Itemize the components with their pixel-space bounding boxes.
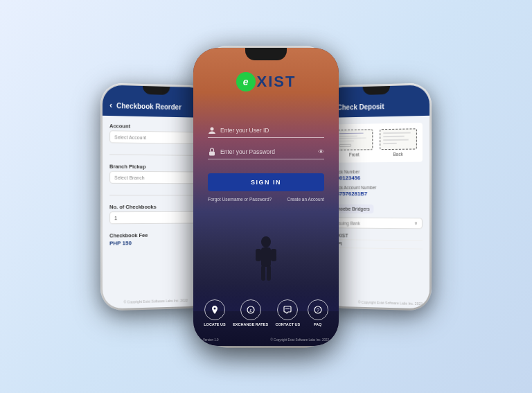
version-text: Version 1.0 <box>203 338 219 342</box>
logo-e-badge: e <box>236 72 256 91</box>
bank-option-bpi[interactable]: BPI <box>330 240 423 250</box>
issuing-bank-select[interactable]: Issuing Bank ∨ <box>330 217 423 229</box>
logo-e-text: e <box>243 76 249 87</box>
front-label: Front <box>349 152 360 157</box>
left-form: Account Select Account ∨ Branch Pickup S… <box>103 115 208 296</box>
userid-input[interactable]: Enter your User ID <box>220 127 324 134</box>
fee-value: PHP 150 <box>109 239 202 247</box>
check-number-label: Check Number <box>330 168 423 174</box>
svg-text:£: £ <box>249 308 252 313</box>
forgot-link[interactable]: Forgot Username or Password? <box>208 197 272 202</box>
locate-us-icon <box>204 299 225 320</box>
eye-icon[interactable]: 👁 <box>318 148 324 155</box>
fee-label: Checkbook Fee <box>109 232 202 238</box>
password-row: Enter your Password 👁 <box>208 148 324 159</box>
branch-placeholder: Select Branch <box>114 175 144 180</box>
fee-group: Checkbook Fee PHP 150 <box>109 232 202 246</box>
svg-point-10 <box>286 308 287 309</box>
left-header-title: Checkbook Reorder <box>116 101 181 110</box>
center-notch <box>245 48 287 60</box>
left-phone-frame: ‹ Checkbook Reorder Account Select Accou… <box>103 85 208 308</box>
issuing-bank-chevron-icon: ∨ <box>414 220 418 226</box>
back-label: Back <box>393 152 402 157</box>
check-preview: Front Back <box>330 123 423 163</box>
check-back-box <box>380 128 417 150</box>
contact-us-label: CONTACT US <box>276 322 301 326</box>
userid-row: Enter your User ID <box>208 126 324 138</box>
logo-area: e XIST <box>236 72 296 91</box>
login-links: Forgot Username or Password? Create an A… <box>208 197 324 202</box>
check-front-box <box>336 129 373 150</box>
sign-in-button[interactable]: SIGN IN <box>208 173 324 191</box>
center-footer: Version 1.0 © Copyright Exist Software L… <box>193 338 339 342</box>
account-number-value: 9987576281B7 <box>330 191 423 197</box>
center-phone-content: e XIST Enter your User ID <box>193 48 339 346</box>
svg-point-11 <box>287 308 289 309</box>
check-front-lines <box>339 132 369 147</box>
exchange-rates-icon: £ <box>240 299 261 320</box>
right-header-title: Check Deposit <box>337 102 384 110</box>
account-group: Account Select Account ∨ <box>109 123 202 144</box>
check-number-value: 0000123456 <box>330 175 423 182</box>
right-form: Check Number 0000123456 Check Account Nu… <box>324 168 429 299</box>
account-number-label: Check Account Number <box>330 185 423 190</box>
right-phone-frame: ‹ Check Deposit <box>324 85 429 308</box>
create-account-link[interactable]: Create an Account <box>287 197 324 202</box>
account-label: Account <box>109 123 202 130</box>
faq-item[interactable]: ? FAQ <box>308 299 328 326</box>
branch-select[interactable]: Select Branch ∨ <box>109 171 202 184</box>
issuing-bank-label: Issuing Bank <box>335 220 360 225</box>
contact-us-item[interactable]: CONTACT US <box>276 299 301 326</box>
locate-us-item[interactable]: LOCATE US <box>204 299 225 326</box>
branch-group: Branch Pickup Select Branch ∨ <box>109 163 202 184</box>
bank-option-exist[interactable]: EXIST <box>330 232 423 241</box>
check-back-lines <box>383 132 414 146</box>
divider-1 <box>109 154 202 155</box>
svg-point-6 <box>211 127 214 130</box>
branch-label: Branch Pickup <box>109 163 202 170</box>
password-input[interactable]: Enter your Password <box>220 148 314 155</box>
contact-us-icon <box>277 299 298 320</box>
account-select[interactable]: Select Account ∨ <box>109 130 202 144</box>
no-checkbooks-group: No. of Checkbooks 1 ∨ <box>109 203 202 223</box>
account-placeholder: Select Account <box>114 134 146 139</box>
bottom-icons-row: LOCATE US £ EXCHANGE RATES <box>193 299 339 326</box>
svg-text:?: ? <box>317 308 319 313</box>
left-notch <box>143 86 170 95</box>
divider-2 <box>109 194 202 195</box>
no-checkbooks-label: No. of Checkbooks <box>109 203 202 209</box>
exchange-rates-item[interactable]: £ EXCHANGE RATES <box>233 299 268 326</box>
center-phone-frame: e XIST Enter your User ID <box>193 48 339 346</box>
left-footer: © Copyright Exist Software Labs Inc. 202… <box>103 293 208 308</box>
exchange-rates-label: EXCHANGE RATES <box>233 322 268 326</box>
check-back-frame[interactable]: Back <box>380 128 417 157</box>
user-icon <box>208 126 216 134</box>
center-phone: e XIST Enter your User ID <box>198 46 334 348</box>
logo-text: XIST <box>257 73 296 91</box>
faq-label: FAQ <box>314 322 321 326</box>
check-front-frame[interactable]: Front <box>336 129 373 157</box>
lock-icon <box>208 148 216 156</box>
svg-rect-7 <box>209 151 215 155</box>
right-phone-content: ‹ Check Deposit <box>324 85 429 308</box>
left-phone-content: ‹ Checkbook Reorder Account Select Accou… <box>103 85 208 308</box>
login-fields: Enter your User ID Enter your Password 👁 <box>208 126 324 159</box>
svg-point-12 <box>289 308 290 309</box>
faq-icon: ? <box>308 299 328 320</box>
back-chevron-icon[interactable]: ‹ <box>109 100 112 110</box>
phones-container: ‹ Checkbook Reorder Account Select Accou… <box>0 0 532 393</box>
no-checkbooks-input[interactable]: 1 ∨ <box>109 211 202 224</box>
center-copyright: © Copyright Exist Software Labs Inc. 202… <box>270 338 329 342</box>
locate-us-label: LOCATE US <box>204 322 225 326</box>
no-checkbooks-value: 1 <box>114 215 117 220</box>
